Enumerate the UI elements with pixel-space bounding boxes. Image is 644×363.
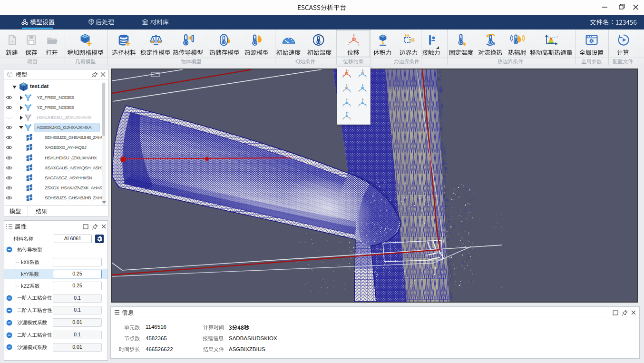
svg-text:y: y (365, 90, 367, 93)
svg-text:y: y (350, 76, 351, 78)
svg-text:z: z (547, 35, 549, 38)
svg-text:z: z (347, 112, 349, 114)
svg-text:z: z (347, 69, 349, 72)
svg-text:y: y (365, 105, 367, 107)
svg-text:y: y (365, 76, 367, 78)
svg-text:z: z (363, 84, 364, 87)
svg-text:z: z (347, 98, 349, 101)
svg-text:y: y (556, 35, 558, 38)
svg-text:z: z (354, 34, 356, 37)
svg-text:z: z (347, 84, 349, 87)
svg-text:y: y (350, 105, 351, 107)
svg-text:y: y (350, 90, 351, 93)
svg-text:y: y (350, 118, 351, 120)
svg-text:x: x (348, 43, 349, 46)
svg-text:y: y (358, 43, 360, 46)
svg-text:z: z (363, 69, 364, 72)
svg-text:z: z (363, 98, 364, 101)
